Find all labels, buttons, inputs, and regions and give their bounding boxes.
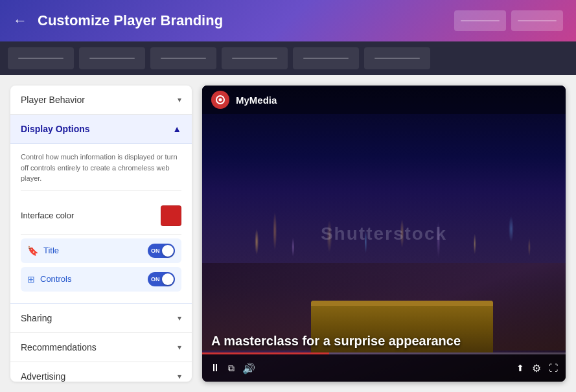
video-caption-text: A masterclass for a surprise appearance — [211, 332, 557, 349]
player-behavior-header[interactable]: Player Behavior ▾ — [10, 86, 192, 114]
pause-icon: ⏸ — [210, 362, 220, 374]
recommendations-label: Recommendations — [21, 342, 97, 352]
video-logo — [211, 91, 229, 109]
tab-4[interactable] — [222, 47, 288, 69]
left-panel: Player Behavior ▾ Display Options ▲ Cont… — [10, 86, 192, 382]
share-icon: ⬆ — [516, 363, 524, 373]
title-toggle[interactable]: ON — [148, 244, 175, 258]
controls-icon: ⊞ — [27, 274, 35, 284]
fullscreen-icon: ⛶ — [549, 363, 558, 373]
video-caption: A masterclass for a surprise appearance — [211, 332, 557, 349]
title-toggle-left: 🔖 Title — [27, 246, 59, 256]
player-behavior-label: Player Behavior — [21, 95, 85, 105]
header: ← Customize Player Branding — [0, 0, 576, 41]
tab-5[interactable] — [293, 47, 359, 69]
controls-toggle-track[interactable]: ON — [148, 272, 175, 286]
header-button-1[interactable] — [454, 10, 506, 31]
video-logo-dot — [219, 98, 222, 102]
volume-button[interactable]: 🔊 — [242, 362, 255, 375]
video-top-bar: MyMedia — [202, 86, 566, 114]
sharing-section: Sharing ▾ — [10, 304, 192, 333]
tab-2[interactable] — [79, 47, 145, 69]
tabs-bar — [0, 41, 576, 75]
advertising-header[interactable]: Advertising ▾ — [10, 362, 192, 382]
controls-toggle-row: ⊞ Controls ON — [21, 267, 181, 292]
tab-3[interactable] — [150, 47, 216, 69]
controls-toggle-left: ⊞ Controls — [27, 274, 71, 284]
controls-toggle-on-label: ON — [151, 276, 160, 282]
controls-toggle-label: Controls — [40, 274, 71, 284]
interface-color-swatch[interactable] — [161, 205, 181, 226]
display-options-label: Display Options — [21, 124, 90, 134]
fullscreen-button[interactable]: ⛶ — [549, 362, 558, 375]
advertising-chevron: ▾ — [178, 372, 181, 381]
settings-button[interactable]: ⚙ — [532, 362, 541, 375]
controls-toggle-thumb — [162, 273, 174, 285]
interface-color-label: Interface color — [21, 211, 74, 220]
main-content: Player Behavior ▾ Display Options ▲ Cont… — [0, 75, 576, 392]
video-logo-ring — [216, 95, 225, 104]
interface-color-row: Interface color — [21, 200, 181, 235]
video-container: Shutterstock MyMedia A masterclass for a… — [202, 86, 566, 382]
header-button-2[interactable] — [511, 10, 563, 31]
back-button[interactable]: ← — [13, 12, 27, 29]
settings-icon: ⚙ — [532, 362, 541, 375]
player-behavior-section: Player Behavior ▾ — [10, 86, 192, 115]
sharing-header[interactable]: Sharing ▾ — [10, 304, 192, 332]
title-toggle-label: Title — [43, 246, 59, 255]
tab-1[interactable] — [8, 47, 74, 69]
advertising-section: Advertising ▾ — [10, 362, 192, 382]
title-toggle-track[interactable]: ON — [148, 244, 175, 258]
display-options-description: Control how much information is displaye… — [21, 152, 181, 191]
pip-button[interactable]: ⧉ — [228, 363, 235, 374]
right-panel: Shutterstock MyMedia A masterclass for a… — [202, 86, 566, 382]
title-toggle-row: 🔖 Title ON — [21, 238, 181, 263]
share-button[interactable]: ⬆ — [516, 362, 524, 375]
tab-6[interactable] — [364, 47, 430, 69]
controls-right: ⬆ ⚙ ⛶ — [516, 362, 558, 375]
player-behavior-chevron: ▾ — [178, 95, 181, 104]
display-options-header[interactable]: Display Options ▲ — [10, 115, 192, 144]
volume-icon: 🔊 — [242, 362, 255, 375]
sharing-label: Sharing — [21, 313, 52, 323]
controls-toggle[interactable]: ON — [148, 272, 175, 286]
display-options-chevron: ▲ — [172, 124, 181, 134]
recommendations-section: Recommendations ▾ — [10, 333, 192, 362]
header-controls — [454, 10, 563, 31]
pip-icon: ⧉ — [228, 363, 235, 374]
title-icon: 🔖 — [27, 246, 38, 256]
title-toggle-thumb — [162, 245, 174, 257]
display-options-body: Control how much information is displaye… — [10, 144, 192, 303]
play-pause-button[interactable]: ⏸ — [210, 362, 220, 374]
video-brand-name: MyMedia — [236, 95, 277, 106]
sharing-chevron: ▾ — [178, 314, 181, 323]
display-options-section: Display Options ▲ Control how much infor… — [10, 115, 192, 304]
title-toggle-on-label: ON — [151, 248, 160, 254]
page-title: Customize Player Branding — [38, 12, 444, 29]
video-controls-bar: ⏸ ⧉ 🔊 ⬆ ⚙ ⛶ — [202, 354, 566, 382]
recommendations-chevron: ▾ — [178, 343, 181, 352]
advertising-label: Advertising — [21, 371, 65, 382]
recommendations-header[interactable]: Recommendations ▾ — [10, 333, 192, 362]
